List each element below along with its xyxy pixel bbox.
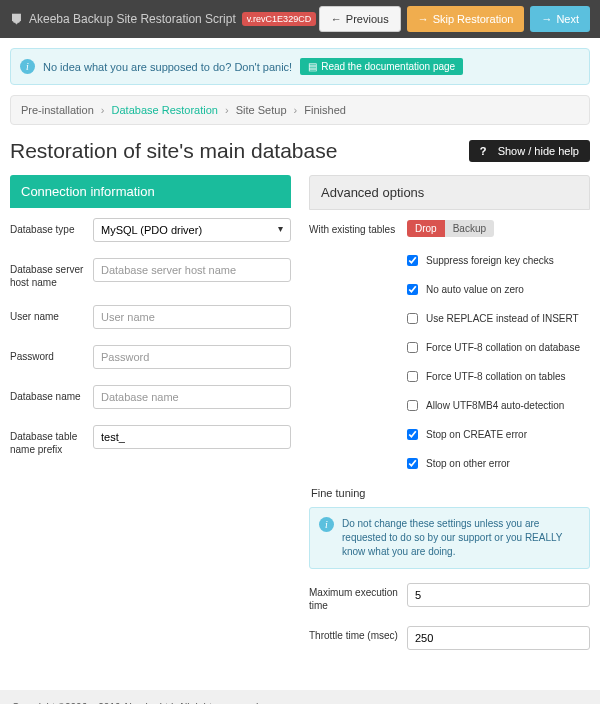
navbar: ⛊ Akeeba Backup Site Restoration Script …: [0, 0, 600, 38]
chevron-right-icon: ›: [225, 104, 229, 116]
check-item[interactable]: Stop on other error: [407, 458, 590, 469]
toggle-help-button[interactable]: ? Show / hide help: [469, 140, 590, 162]
max-exec-label: Maximum execution time: [309, 583, 399, 612]
check-item[interactable]: No auto value on zero: [407, 284, 590, 295]
backup-button[interactable]: Backup: [445, 220, 494, 237]
info-icon: i: [319, 517, 334, 532]
advanced-checks: Suppress foreign key checksNo auto value…: [309, 255, 590, 469]
shield-icon: ⛊: [10, 12, 23, 27]
check-item[interactable]: Suppress foreign key checks: [407, 255, 590, 266]
check-item[interactable]: Use REPLACE instead of INSERT: [407, 313, 590, 324]
crumb-finished: Finished: [304, 104, 346, 116]
check-item[interactable]: Force UTF-8 collation on tables: [407, 371, 590, 382]
drop-button[interactable]: Drop: [407, 220, 445, 237]
existing-tables-label: With existing tables: [309, 220, 399, 236]
check-item[interactable]: Allow UTF8MB4 auto-detection: [407, 400, 590, 411]
checkbox-2[interactable]: [407, 313, 418, 324]
check-label: Force UTF-8 collation on database: [426, 342, 580, 353]
check-label: Allow UTF8MB4 auto-detection: [426, 400, 564, 411]
chevron-right-icon: ›: [294, 104, 298, 116]
arrow-left-icon: ←: [331, 13, 342, 25]
help-tip-alert: i No idea what you are supposed to do? D…: [10, 48, 590, 85]
help-tip-text: No idea what you are supposed to do? Don…: [43, 61, 292, 73]
read-docs-button[interactable]: ▤ Read the documentation page: [300, 58, 463, 75]
check-label: Use REPLACE instead of INSERT: [426, 313, 579, 324]
checkbox-1[interactable]: [407, 284, 418, 295]
password-label: Password: [10, 345, 85, 363]
db-type-select[interactable]: MySQL (PDO driver): [93, 218, 291, 242]
prefix-input[interactable]: [93, 425, 291, 449]
max-exec-input[interactable]: [407, 583, 590, 607]
host-input[interactable]: [93, 258, 291, 282]
advanced-panel-title: Advanced options: [309, 175, 590, 210]
nav-buttons: ←Previous →Skip Restoration →Next: [319, 6, 590, 32]
connection-panel: Connection information Database type MyS…: [10, 175, 291, 666]
app-title: Akeeba Backup Site Restoration Script: [29, 12, 236, 26]
throttle-input[interactable]: [407, 626, 590, 650]
checkbox-0[interactable]: [407, 255, 418, 266]
page-title: Restoration of site's main database: [10, 139, 337, 163]
skip-restoration-button[interactable]: →Skip Restoration: [407, 6, 525, 32]
crumb-site-setup: Site Setup: [236, 104, 287, 116]
fine-tuning-title: Fine tuning: [309, 487, 590, 499]
dbname-label: Database name: [10, 385, 85, 403]
host-label: Database server host name: [10, 258, 85, 289]
user-label: User name: [10, 305, 85, 323]
checkbox-6[interactable]: [407, 429, 418, 440]
page-header: Restoration of site's main database ? Sh…: [10, 139, 590, 163]
crumb-db-restoration[interactable]: Database Restoration: [112, 104, 218, 116]
arrow-right-icon: →: [541, 13, 552, 25]
fine-tuning-warning: i Do not change these settings unless yo…: [309, 507, 590, 569]
arrow-right-icon: →: [418, 13, 429, 25]
question-icon: ?: [480, 145, 487, 157]
check-item[interactable]: Force UTF-8 collation on database: [407, 342, 590, 353]
advanced-panel: Advanced options With existing tables Dr…: [309, 175, 590, 666]
next-button[interactable]: →Next: [530, 6, 590, 32]
info-icon: i: [20, 59, 35, 74]
footer: Copyright ©2006 – 2019 Akeeba Ltd. All r…: [0, 690, 600, 704]
check-label: Stop on other error: [426, 458, 510, 469]
checkbox-5[interactable]: [407, 400, 418, 411]
existing-tables-toggle: Drop Backup: [407, 220, 494, 237]
book-icon: ▤: [308, 61, 317, 72]
throttle-label: Throttle time (msec): [309, 626, 399, 642]
prefix-label: Database table name prefix: [10, 425, 85, 456]
checkbox-4[interactable]: [407, 371, 418, 382]
dbname-input[interactable]: [93, 385, 291, 409]
version-badge: v.revC1E329CD: [242, 12, 316, 26]
check-label: Suppress foreign key checks: [426, 255, 554, 266]
check-label: Force UTF-8 collation on tables: [426, 371, 566, 382]
check-label: Stop on CREATE error: [426, 429, 527, 440]
chevron-right-icon: ›: [101, 104, 105, 116]
checkbox-3[interactable]: [407, 342, 418, 353]
user-input[interactable]: [93, 305, 291, 329]
password-input[interactable]: [93, 345, 291, 369]
breadcrumb: Pre-installation › Database Restoration …: [10, 95, 590, 125]
connection-panel-title: Connection information: [10, 175, 291, 208]
db-type-label: Database type: [10, 218, 85, 236]
check-label: No auto value on zero: [426, 284, 524, 295]
fine-tuning-warning-text: Do not change these settings unless you …: [342, 517, 580, 559]
brand: ⛊ Akeeba Backup Site Restoration Script …: [10, 12, 316, 27]
crumb-preinstall: Pre-installation: [21, 104, 94, 116]
checkbox-7[interactable]: [407, 458, 418, 469]
check-item[interactable]: Stop on CREATE error: [407, 429, 590, 440]
previous-button[interactable]: ←Previous: [319, 6, 401, 32]
